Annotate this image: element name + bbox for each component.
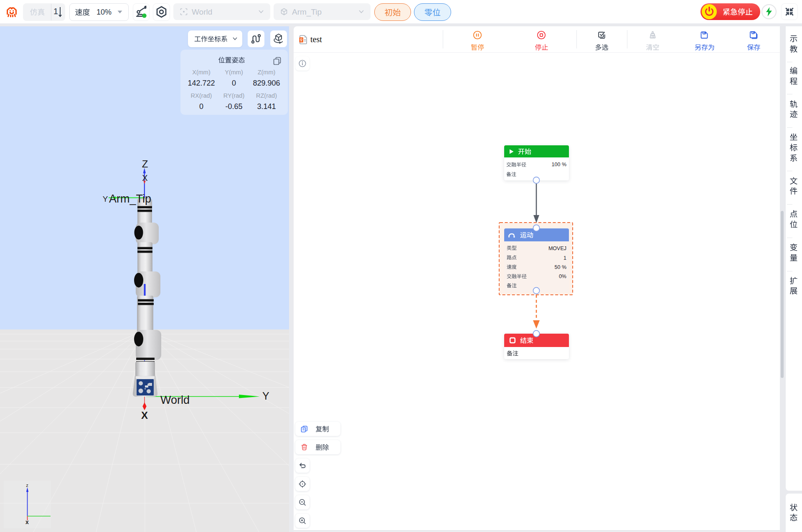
svg-text:World: World [160,394,190,406]
svg-text:Z: Z [142,158,148,170]
svg-text:Arm_Tip: Arm_Tip [109,193,151,205]
svg-text:z: z [26,483,28,488]
svg-text:x: x [25,519,29,525]
svg-text:X: X [141,410,148,421]
svg-text:X: X [142,173,147,182]
svg-text:Y: Y [262,390,269,402]
svg-text:Y: Y [103,195,108,203]
